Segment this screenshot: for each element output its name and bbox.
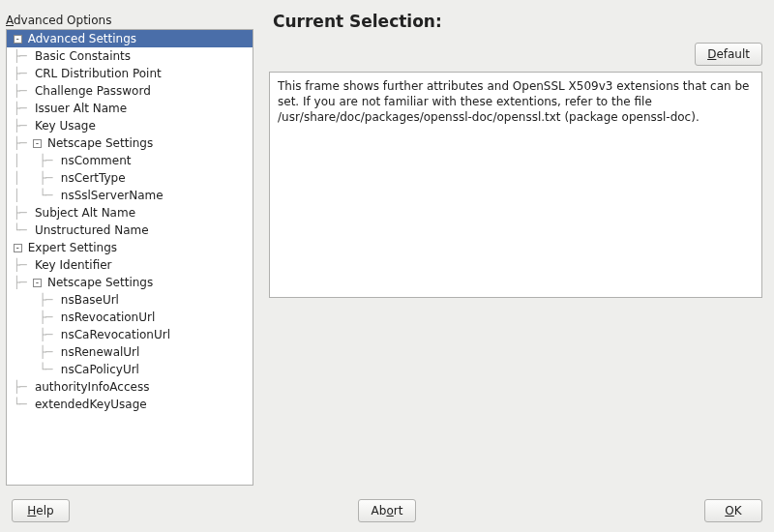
tree-item-challenge-password[interactable]: ├─ Challenge Password	[7, 82, 253, 100]
tree-item-nscomment[interactable]: │ ├─ nsComment	[7, 152, 253, 169]
tree-item-key-usage[interactable]: ├─ Key Usage	[7, 117, 253, 134]
tree-branch-lines: ├─	[7, 103, 33, 114]
tree-item-label: nsCaRevocationUrl	[59, 328, 170, 341]
tree-item-label: nsComment	[59, 154, 132, 167]
tree-branch-lines: │ └─	[7, 190, 59, 201]
options-tree[interactable]: -Advanced Settings ├─ Basic Constaints ├…	[6, 29, 253, 486]
tree-branch-lines: │ ├─	[7, 155, 59, 166]
tree-item-nsrevocationurl[interactable]: ├─ nsRevocationUrl	[7, 309, 253, 326]
tree-branch-lines: ├─	[7, 137, 33, 149]
tree-item-label: nsSslServerName	[59, 189, 164, 202]
tree-branch-lines: ├─	[7, 50, 33, 62]
tree-branch-lines: ├─	[7, 311, 59, 323]
tree-item-label: Basic Constaints	[33, 49, 131, 63]
section-title: Current Selection:	[273, 12, 762, 31]
tree-branch-lines: ├─	[7, 120, 33, 132]
tree-branch-lines: ├─	[7, 68, 33, 79]
tree-branch-lines	[7, 242, 14, 253]
default-button-row: Default	[269, 43, 762, 66]
tree-label: Advanced Options	[6, 14, 253, 27]
tree-item-nscapolicyurl[interactable]: └─ nsCaPolicyUrl	[7, 361, 253, 378]
tree-item-label: nsRevocationUrl	[59, 310, 155, 324]
tree-branch-lines: ├─	[7, 85, 33, 97]
tree-item-label: Unstructured Name	[33, 223, 149, 237]
tree-branch-lines: ├─	[7, 277, 33, 288]
tree-item-label: Netscape Settings	[45, 136, 153, 150]
tree-item-netscape-settings-1[interactable]: ├─ -Netscape Settings	[7, 134, 253, 152]
tree-item-label: nsRenewalUrl	[59, 345, 140, 359]
tree-item-unstructured-name[interactable]: └─ Unstructured Name	[7, 222, 253, 239]
description-text: This frame shows further attributes and …	[278, 79, 749, 124]
collapse-icon[interactable]: -	[33, 279, 42, 287]
tree-item-label: Issuer Alt Name	[33, 102, 127, 115]
tree-item-nscerttype[interactable]: │ ├─ nsCertType	[7, 169, 253, 187]
bottom-bar: Help Abort OK	[0, 493, 774, 532]
tree-item-authorityinfoaccess[interactable]: ├─ authorityInfoAccess	[7, 378, 253, 396]
tree-item-label: Subject Alt Name	[33, 206, 135, 220]
tree-item-label: Key Usage	[33, 119, 96, 133]
description-box: This frame shows further attributes and …	[269, 72, 762, 298]
tree-item-nssslservername[interactable]: │ └─ nsSslServerName	[7, 187, 253, 204]
help-button[interactable]: Help	[12, 499, 70, 522]
window: Advanced Options -Advanced Settings ├─ B…	[0, 0, 774, 532]
tree-item-expert-settings[interactable]: -Expert Settings	[7, 239, 253, 256]
tree-item-label: Key Identifier	[33, 258, 112, 272]
tree-item-extendedkeyusage[interactable]: └─ extendedKeyUsage	[7, 396, 253, 413]
collapse-icon[interactable]: -	[14, 35, 22, 44]
tree-item-issuer-alt-name[interactable]: ├─ Issuer Alt Name	[7, 100, 253, 117]
collapse-icon[interactable]: -	[14, 244, 22, 252]
tree-item-nscarevocationurl[interactable]: ├─ nsCaRevocationUrl	[7, 326, 253, 343]
collapse-icon[interactable]: -	[33, 139, 42, 148]
tree-branch-lines: ├─	[7, 346, 59, 358]
tree-branch-lines: ├─	[7, 329, 59, 340]
tree-branch-lines: ├─	[7, 259, 33, 271]
left-column: Advanced Options -Advanced Settings ├─ B…	[0, 0, 261, 493]
tree-branch-lines: └─	[7, 399, 33, 410]
abort-button[interactable]: Abort	[358, 499, 416, 522]
tree-branch-lines: └─	[7, 364, 59, 375]
tree-branch-lines: └─	[7, 224, 33, 236]
tree-item-nsbaseurl[interactable]: ├─ nsBaseUrl	[7, 291, 253, 309]
tree-item-label: Advanced Settings	[26, 32, 136, 45]
tree-item-label: Expert Settings	[26, 241, 117, 254]
tree-item-label: nsCertType	[59, 171, 126, 185]
tree-branch-lines: ├─	[7, 207, 33, 219]
tree-item-label: Netscape Settings	[45, 276, 153, 289]
tree-item-label: nsCaPolicyUrl	[59, 363, 139, 376]
tree-item-advanced-settings[interactable]: -Advanced Settings	[7, 30, 253, 47]
content-area: Advanced Options -Advanced Settings ├─ B…	[0, 0, 774, 493]
tree-item-key-identifier[interactable]: ├─ Key Identifier	[7, 256, 253, 274]
tree-item-subject-alt-name[interactable]: ├─ Subject Alt Name	[7, 204, 253, 222]
tree-item-basic-constraints[interactable]: ├─ Basic Constaints	[7, 47, 253, 65]
tree-item-crl-distribution[interactable]: ├─ CRL Distribution Point	[7, 65, 253, 82]
tree-item-label: authorityInfoAccess	[33, 380, 149, 394]
tree-item-label: CRL Distribution Point	[33, 67, 162, 80]
tree-branch-lines	[7, 33, 14, 44]
tree-item-netscape-settings-2[interactable]: ├─ -Netscape Settings	[7, 274, 253, 291]
ok-button[interactable]: OK	[704, 499, 762, 522]
tree-branch-lines: ├─	[7, 381, 33, 393]
right-column: Current Selection: Default This frame sh…	[261, 0, 774, 493]
default-button[interactable]: Default	[695, 43, 762, 66]
tree-item-label: extendedKeyUsage	[33, 398, 147, 411]
tree-branch-lines: │ ├─	[7, 172, 59, 184]
tree-item-label: Challenge Password	[33, 84, 151, 98]
tree-branch-lines: ├─	[7, 294, 59, 306]
tree-item-label: nsBaseUrl	[59, 293, 119, 307]
tree-item-nsrenewalurl[interactable]: ├─ nsRenewalUrl	[7, 343, 253, 361]
